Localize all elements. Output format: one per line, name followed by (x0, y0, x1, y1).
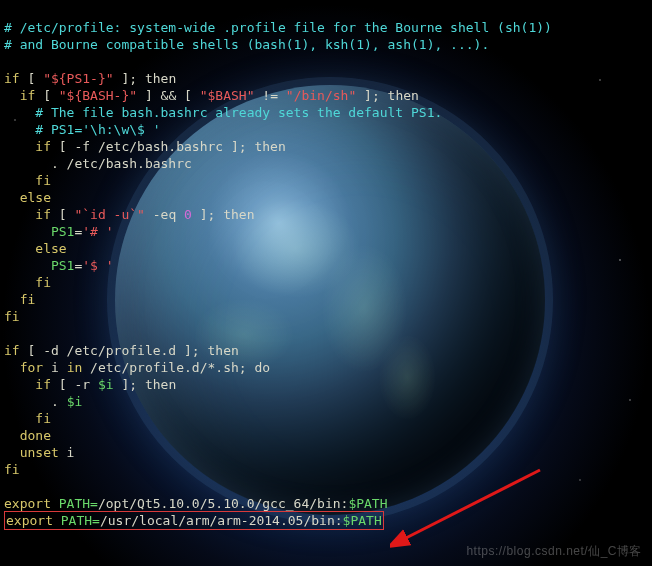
text: != (255, 88, 286, 103)
var: PATH= (51, 496, 98, 511)
kw-fi: fi (4, 292, 35, 307)
text: ]; then (192, 207, 255, 222)
text: i (59, 445, 75, 460)
text: ]; then (114, 377, 177, 392)
string: '$ ' (82, 258, 113, 273)
kw-done: done (4, 428, 51, 443)
string: "${PS1-}" (43, 71, 113, 86)
kw-else: else (4, 190, 51, 205)
kw-if: if (4, 343, 20, 358)
number: 0 (184, 207, 192, 222)
string: "/bin/sh" (286, 88, 356, 103)
var: $i (67, 394, 83, 409)
comment-line: # PS1='\h:\w\$ ' (4, 122, 161, 137)
kw-if: if (4, 377, 51, 392)
text: /etc/profile.d/*.sh; do (82, 360, 270, 375)
highlighted-export-line: export PATH=/usr/local/arm/arm-2014.05/b… (4, 511, 384, 530)
kw-export: export (4, 496, 51, 511)
kw-else: else (4, 241, 67, 256)
var: PATH= (53, 513, 100, 528)
string: '# ' (82, 224, 113, 239)
path: /usr/local/arm/arm-2014.05/bin: (100, 513, 343, 528)
kw-unset: unset (4, 445, 59, 460)
string: "`id -u`" (74, 207, 144, 222)
kw-if: if (4, 88, 35, 103)
string: "${BASH-}" (59, 88, 137, 103)
var: $PATH (348, 496, 387, 511)
text: ] && [ (137, 88, 200, 103)
kw-in: in (67, 360, 83, 375)
watermark-text: https://blog.csdn.net/仙_C博客 (466, 543, 642, 560)
path: /opt/Qt5.10.0/5.10.0/gcc_64/bin: (98, 496, 348, 511)
text: [ -r (51, 377, 98, 392)
code-line: . /etc/bash.bashrc (4, 156, 192, 171)
text: ]; then (356, 88, 419, 103)
kw-fi: fi (4, 173, 51, 188)
text: [ (35, 88, 58, 103)
var: PS1 (4, 258, 74, 273)
kw-for: for (4, 360, 43, 375)
comment-line: # and Bourne compatible shells (bash(1),… (4, 37, 489, 52)
text: -eq (145, 207, 184, 222)
kw-if: if (4, 71, 20, 86)
kw-fi: fi (4, 411, 51, 426)
var: $i (98, 377, 114, 392)
kw-if: if (4, 139, 51, 154)
text: [ -d /etc/profile.d ]; then (20, 343, 239, 358)
comment-line: # The file bash.bashrc already sets the … (4, 105, 442, 120)
text: . (4, 394, 67, 409)
code-editor[interactable]: # /etc/profile: system-wide .profile fil… (0, 0, 652, 531)
kw-fi: fi (4, 462, 20, 477)
kw-if: if (4, 207, 51, 222)
text: [ (20, 71, 43, 86)
kw-export: export (6, 513, 53, 528)
text: ]; then (114, 71, 177, 86)
var: PS1 (4, 224, 74, 239)
text: [ -f /etc/bash.bashrc ]; then (51, 139, 286, 154)
kw-fi: fi (4, 275, 51, 290)
text: i (43, 360, 66, 375)
var: $PATH (343, 513, 382, 528)
comment-line: # /etc/profile: system-wide .profile fil… (4, 20, 552, 35)
string: "$BASH" (200, 88, 255, 103)
text: [ (51, 207, 74, 222)
kw-fi: fi (4, 309, 20, 324)
